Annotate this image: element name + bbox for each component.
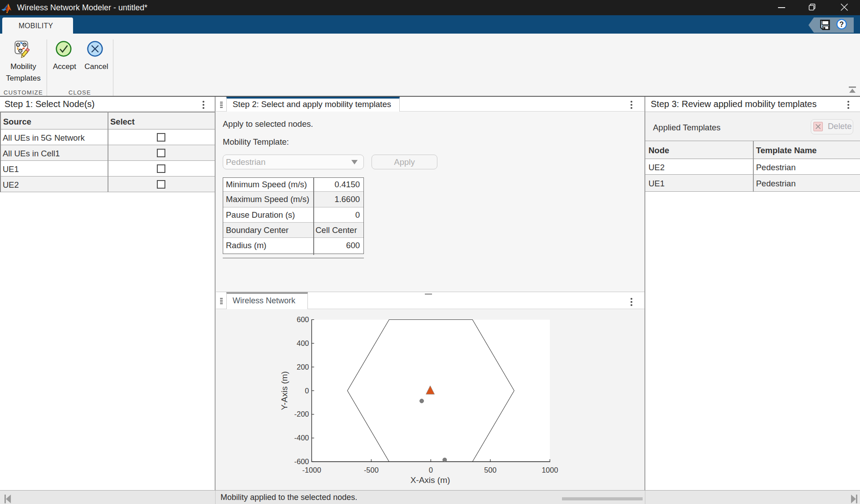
svg-text:500: 500 [484, 466, 497, 474]
svg-text:Y-Axis (m): Y-Axis (m) [280, 371, 289, 410]
svg-text:-600: -600 [294, 457, 309, 465]
svg-text:0: 0 [305, 387, 309, 395]
svg-text:-1000: -1000 [302, 466, 321, 474]
svg-text:600: 600 [297, 315, 309, 323]
svg-text:-500: -500 [364, 466, 379, 474]
svg-text:0: 0 [429, 466, 433, 474]
svg-text:-200: -200 [294, 410, 309, 418]
svg-text:X-Axis (m): X-Axis (m) [411, 475, 450, 485]
svg-text:200: 200 [297, 363, 309, 371]
svg-text:1000: 1000 [542, 466, 558, 474]
svg-text:400: 400 [297, 339, 309, 347]
svg-text:-400: -400 [294, 434, 309, 442]
svg-text:?: ? [839, 21, 844, 28]
